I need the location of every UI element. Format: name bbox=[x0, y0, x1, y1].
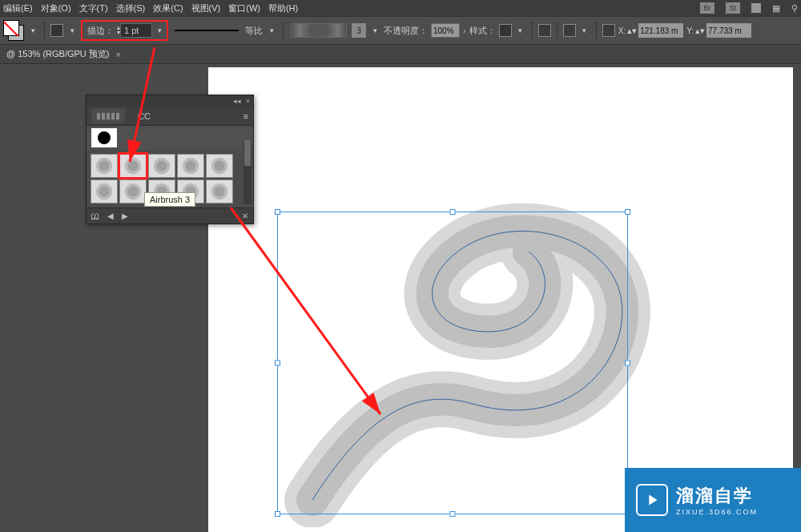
opacity-input[interactable] bbox=[431, 23, 460, 38]
svg-point-19 bbox=[214, 186, 224, 196]
stroke-weight-input[interactable] bbox=[120, 23, 152, 38]
brush-tooltip: Airbrush 3 bbox=[144, 192, 195, 207]
y-stepper[interactable]: ▴▾ bbox=[695, 26, 705, 36]
brush-thumb-spray1[interactable] bbox=[91, 154, 118, 178]
stroke-swatch[interactable] bbox=[50, 24, 63, 37]
search-icon[interactable]: ⚲ bbox=[791, 3, 798, 14]
style-label: 样式： bbox=[469, 25, 496, 37]
menubar: 编辑(E) 对象(O) 文字(T) 选择(S) 效果(C) 视图(V) 窗口(W… bbox=[0, 0, 801, 16]
stroke-weight-dropdown[interactable] bbox=[154, 25, 165, 36]
recolor-icon[interactable] bbox=[538, 24, 551, 37]
divider bbox=[532, 22, 533, 39]
brush-thumb-spray6[interactable] bbox=[91, 179, 118, 204]
svg-point-1 bbox=[99, 160, 109, 171]
brush-number: 3 bbox=[352, 23, 366, 38]
library-icon[interactable]: 🕮 bbox=[91, 212, 99, 220]
brush-thumb-spray2[interactable] bbox=[119, 154, 147, 178]
panel-close-icon[interactable]: × bbox=[246, 97, 250, 105]
svg-point-3 bbox=[127, 160, 138, 171]
svg-point-5 bbox=[156, 160, 167, 171]
divider bbox=[596, 22, 597, 39]
next-icon[interactable]: ▶ bbox=[122, 212, 128, 220]
menu-help[interactable]: 帮助(H) bbox=[268, 2, 298, 14]
x-input[interactable] bbox=[638, 23, 683, 38]
graphic-style-dropdown[interactable] bbox=[515, 25, 526, 36]
document-tab[interactable]: @ 153% (RGB/GPU 预览) bbox=[6, 48, 110, 60]
delete-icon[interactable]: ✕ bbox=[242, 212, 248, 220]
brush-thumb-spray5[interactable] bbox=[206, 154, 233, 178]
opacity-label: 不透明度： bbox=[384, 25, 428, 37]
stroke-weight-group: 描边： ▴▾ bbox=[81, 20, 168, 41]
menu-text[interactable]: 文字(T) bbox=[79, 2, 108, 14]
x-coordinate: X: ▴▾ bbox=[618, 23, 683, 38]
profile-dropdown[interactable] bbox=[266, 25, 277, 36]
transform-icon[interactable] bbox=[602, 24, 615, 37]
panel-tab-brushes[interactable]: ▮▮▮▮▮ bbox=[91, 108, 125, 123]
y-label: Y: bbox=[686, 26, 694, 35]
brush-dropdown[interactable] bbox=[369, 25, 380, 36]
fill-stroke-swatch[interactable] bbox=[3, 20, 24, 41]
gpu-icon[interactable]: ▦ bbox=[772, 3, 780, 14]
brush-thumb-spray10[interactable] bbox=[206, 179, 233, 204]
svg-point-11 bbox=[99, 186, 109, 196]
brush-thumb-spray4[interactable] bbox=[177, 154, 204, 178]
svg-point-7 bbox=[185, 160, 195, 171]
options-bar: 描边： ▴▾ 等比 3 不透明度： › 样式： X: ▴▾ Y: ▴▾ bbox=[0, 16, 801, 45]
panel-collapse-icon[interactable]: ◂◂ bbox=[233, 97, 241, 105]
profile-label: 等比 bbox=[245, 25, 263, 37]
panel-tab-cc[interactable]: CC bbox=[133, 109, 155, 123]
brush-thumb-spray7[interactable] bbox=[119, 179, 147, 204]
graphic-style-swatch[interactable] bbox=[499, 24, 512, 37]
watermark-url: ZIXUE.3D66.COM bbox=[676, 508, 758, 516]
document-tab-bar: @ 153% (RGB/GPU 预览) × bbox=[0, 45, 801, 64]
menu-view[interactable]: 视图(V) bbox=[191, 2, 221, 14]
divider bbox=[44, 22, 45, 39]
x-label: X: bbox=[618, 26, 626, 35]
menubar-right-icons: Br St ▦ ⚲ bbox=[700, 2, 798, 14]
watermark-title: 溜溜自学 bbox=[676, 484, 758, 508]
divider bbox=[557, 22, 557, 39]
menu-object[interactable]: 对象(O) bbox=[41, 2, 71, 14]
menu-window[interactable]: 窗口(W) bbox=[228, 2, 260, 14]
stroke-swatch-dropdown[interactable] bbox=[66, 25, 78, 36]
panel-scrollbar[interactable] bbox=[244, 140, 252, 204]
panel-menu-icon[interactable]: ≡ bbox=[244, 111, 248, 121]
svg-point-9 bbox=[214, 160, 224, 171]
fill-dropdown[interactable] bbox=[27, 25, 38, 36]
panel-current-brush-row bbox=[87, 126, 253, 150]
divider bbox=[283, 22, 284, 39]
svg-point-13 bbox=[127, 186, 138, 196]
prev-icon[interactable]: ◀ bbox=[107, 212, 114, 220]
stock-icon[interactable]: St bbox=[726, 2, 740, 14]
menu-edit[interactable]: 编辑(E) bbox=[3, 2, 33, 14]
brush-definition-preview[interactable] bbox=[291, 23, 347, 38]
x-stepper[interactable]: ▴▾ bbox=[627, 26, 637, 36]
menu-select[interactable]: 选择(S) bbox=[116, 2, 146, 14]
watermark: 溜溜自学 ZIXUE.3D66.COM bbox=[625, 468, 801, 532]
brush-thumb-spray3[interactable] bbox=[148, 154, 175, 178]
align-dropdown[interactable] bbox=[579, 25, 590, 36]
stroke-label: 描边： bbox=[87, 25, 114, 37]
arrange-icon[interactable] bbox=[751, 3, 761, 13]
bridge-icon[interactable]: Br bbox=[700, 2, 714, 14]
panel-current-brush[interactable] bbox=[91, 128, 117, 147]
align-icon[interactable] bbox=[563, 24, 576, 37]
watermark-logo-icon bbox=[636, 484, 668, 516]
y-coordinate: Y: ▴▾ bbox=[686, 23, 751, 38]
y-input[interactable] bbox=[706, 23, 751, 38]
profile-preview[interactable] bbox=[175, 30, 239, 31]
close-tab-icon[interactable]: × bbox=[116, 50, 121, 59]
panel-titlebar[interactable]: ◂◂ × bbox=[87, 95, 253, 107]
opacity-arrow-icon[interactable]: › bbox=[463, 26, 466, 35]
artboard[interactable] bbox=[208, 67, 793, 532]
panel-tabrow: ▮▮▮▮▮ CC ≡ bbox=[87, 107, 253, 126]
menu-effect[interactable]: 效果(C) bbox=[153, 2, 183, 14]
panel-footer: 🕮 ◀ ▶ ✕ bbox=[87, 208, 253, 224]
